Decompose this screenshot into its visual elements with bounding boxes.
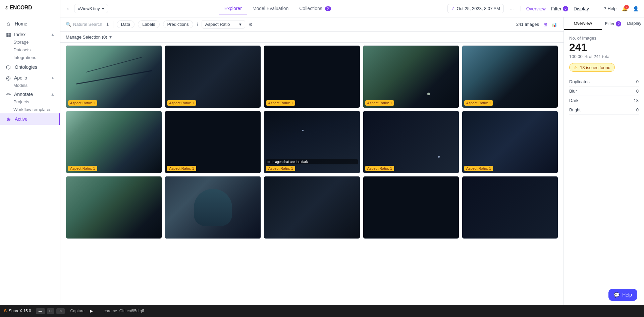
divider-1 bbox=[113, 21, 113, 28]
taskbar-maximize[interactable]: □ bbox=[47, 308, 55, 314]
issue-row-duplicates: Duplicates 0 bbox=[569, 77, 639, 87]
help-button[interactable]: ? Help bbox=[604, 6, 616, 11]
rp-tab-filter[interactable]: Filter 0 bbox=[602, 17, 624, 30]
image-label-7: ⊞ Images that are too dark bbox=[266, 159, 358, 164]
apollo-collapse-icon[interactable]: ▲ bbox=[51, 75, 55, 80]
stat-count: 241 bbox=[569, 42, 639, 53]
image-card-4[interactable]: Aspect Ratio: 1 bbox=[462, 45, 558, 108]
image-card-0[interactable]: Aspect Ratio: 1 bbox=[66, 45, 162, 108]
user-button[interactable]: 👤 bbox=[633, 6, 639, 11]
stat-percent: 100.00 % of 241 total bbox=[569, 54, 639, 59]
search-download-icon[interactable]: ⬇ bbox=[106, 22, 110, 27]
project-selector[interactable]: xView3 tiny ▾ bbox=[74, 4, 108, 13]
issues-badge[interactable]: ⚠ 18 issues found bbox=[569, 63, 615, 72]
rp-tab-overview[interactable]: Overview bbox=[564, 17, 602, 30]
taskbar: S ShareX 15.0 — □ ✕ Capture ▶ chrome_CIt… bbox=[0, 305, 644, 317]
date-filter[interactable]: ✓ Oct 25, 2023, 8:07 AM bbox=[447, 4, 504, 13]
issues-badge-label: 18 issues found bbox=[580, 65, 610, 70]
image-card-3[interactable]: Aspect Ratio: 1 bbox=[363, 45, 459, 108]
image-card-13[interactable] bbox=[363, 176, 459, 239]
home-icon: ⌂ bbox=[5, 21, 11, 27]
taskbar-capture-label: Capture bbox=[70, 309, 85, 313]
annotate-collapse-icon[interactable]: ▲ bbox=[51, 92, 55, 97]
main-area: ‹ xView3 tiny ▾ Explorer Model Evaluatio… bbox=[60, 0, 644, 317]
issue-count-bright: 0 bbox=[636, 107, 639, 112]
sidebar-index-toggle[interactable]: ▦ Index bbox=[5, 32, 51, 38]
image-count: 241 Images bbox=[516, 22, 539, 27]
filter-tag-labels[interactable]: Labels bbox=[138, 20, 159, 28]
sidebar-section-apollo: ◎ Apollo ▲ bbox=[0, 73, 60, 82]
more-button[interactable]: ··· bbox=[507, 5, 517, 13]
selection-dropdown-icon[interactable]: ▾ bbox=[109, 34, 112, 40]
image-card-12[interactable] bbox=[264, 176, 360, 239]
image-tag-7: Aspect Ratio: 1 bbox=[266, 166, 295, 171]
back-button[interactable]: ‹ bbox=[66, 4, 70, 13]
view-buttons: ⊞ 📊 bbox=[542, 21, 558, 28]
sidebar-apollo-toggle[interactable]: ◎ Apollo bbox=[5, 75, 51, 81]
taskbar-app-name: ShareX 15.0 bbox=[9, 309, 31, 313]
search-box[interactable]: 🔍 Natural Search bbox=[66, 22, 102, 27]
image-card-1[interactable]: Aspect Ratio: 1 bbox=[165, 45, 261, 108]
image-card-8[interactable]: Aspect Ratio: 1 bbox=[363, 111, 459, 173]
right-panel: Overview Filter 0 Display No. of Images … bbox=[564, 17, 644, 317]
taskbar-filename: chrome_CItLco6l5d.gif bbox=[104, 309, 144, 313]
sidebar-item-ontologies[interactable]: ⬡ Ontologies bbox=[0, 61, 60, 73]
display-button[interactable]: Display bbox=[574, 6, 589, 11]
project-name: xView3 tiny bbox=[78, 6, 100, 11]
filter-tag-predictions[interactable]: Predictions bbox=[163, 20, 193, 28]
grid-view-button[interactable]: ⊞ bbox=[542, 21, 548, 28]
image-card-6[interactable]: Aspect Ratio: 1 bbox=[165, 111, 261, 173]
sidebar-annotate-toggle[interactable]: ✏ Annotate bbox=[5, 91, 51, 97]
filter-bar: 🔍 Natural Search ⬇ Data Labels Predictio… bbox=[60, 17, 564, 32]
image-card-9[interactable]: Aspect Ratio: 1 bbox=[462, 111, 558, 173]
sidebar-item-workflow-templates[interactable]: Workflow templates bbox=[0, 106, 60, 113]
sidebar-item-home[interactable]: ⌂ Home bbox=[0, 18, 60, 30]
taskbar-minimize[interactable]: — bbox=[36, 308, 45, 314]
info-icon[interactable]: ℹ bbox=[197, 22, 198, 27]
rp-tab-display[interactable]: Display bbox=[624, 17, 644, 30]
image-card-10[interactable] bbox=[66, 176, 162, 239]
index-collapse-icon[interactable]: ▲ bbox=[51, 32, 55, 37]
tab-explorer[interactable]: Explorer bbox=[219, 3, 247, 14]
image-card-7[interactable]: Aspect Ratio: 1 ⊞ Images that are too da… bbox=[264, 111, 360, 173]
filter-adjust-icon[interactable]: ⚙ bbox=[249, 22, 253, 27]
image-card-14[interactable] bbox=[462, 176, 558, 239]
brand-logo: ε ENCORD bbox=[0, 0, 60, 15]
help-float-icon: 💬 bbox=[614, 292, 620, 298]
sidebar-apollo-label: Apollo bbox=[14, 75, 27, 81]
image-card-2[interactable]: Aspect Ratio: 1 bbox=[264, 45, 360, 108]
notification-button[interactable]: 🔔 2 bbox=[622, 6, 628, 11]
issue-row-dark: Dark 18 bbox=[569, 96, 639, 105]
help-float-button[interactable]: 💬 Help bbox=[608, 289, 637, 301]
topbar-actions: Overview Filter 0 Display bbox=[521, 6, 594, 11]
issue-name-bright: Bright bbox=[569, 107, 581, 112]
topbar-util: ? Help 🔔 2 👤 bbox=[598, 6, 639, 11]
taskbar-arrow: ▶ bbox=[90, 309, 93, 313]
issue-name-blur: Blur bbox=[569, 89, 577, 94]
aspect-ratio-select[interactable]: Aspect Ratio ▾ bbox=[202, 20, 245, 29]
image-tag-3: Aspect Ratio: 1 bbox=[365, 100, 394, 106]
selection-text: Manage Selection (0) bbox=[66, 35, 107, 40]
image-tag-4: Aspect Ratio: 1 bbox=[464, 100, 493, 106]
filter-tag-data[interactable]: Data bbox=[117, 20, 135, 28]
tab-collections[interactable]: Collections 2 bbox=[294, 3, 336, 14]
stat-label: No. of Images bbox=[569, 36, 639, 41]
sidebar-item-integrations[interactable]: Integrations bbox=[0, 54, 60, 61]
sidebar-item-storage[interactable]: Storage bbox=[0, 38, 60, 46]
filter-button-group[interactable]: Filter 0 bbox=[551, 6, 568, 11]
sidebar-item-active[interactable]: ⊕ Active bbox=[0, 113, 60, 125]
issue-count-blur: 0 bbox=[636, 89, 639, 94]
tab-model-evaluation[interactable]: Model Evaluation bbox=[247, 3, 294, 14]
sidebar-section-annotate: ✏ Annotate ▲ bbox=[0, 89, 60, 98]
taskbar-app: S ShareX 15.0 — □ ✕ bbox=[4, 308, 65, 314]
sidebar-item-projects[interactable]: Projects bbox=[0, 98, 60, 106]
image-card-11[interactable] bbox=[165, 176, 261, 239]
warning-icon: ⚠ bbox=[574, 65, 578, 70]
sidebar: ε ENCORD ⌂ Home ▦ Index ▲ Storage Datase… bbox=[0, 0, 60, 317]
taskbar-close[interactable]: ✕ bbox=[56, 308, 65, 314]
image-card-5[interactable]: Aspect Ratio: 1 bbox=[66, 111, 162, 173]
overview-button[interactable]: Overview bbox=[526, 6, 546, 11]
chart-view-button[interactable]: 📊 bbox=[550, 21, 558, 28]
sidebar-item-models[interactable]: Models bbox=[0, 82, 60, 89]
sidebar-item-datasets[interactable]: Datasets bbox=[0, 46, 60, 54]
